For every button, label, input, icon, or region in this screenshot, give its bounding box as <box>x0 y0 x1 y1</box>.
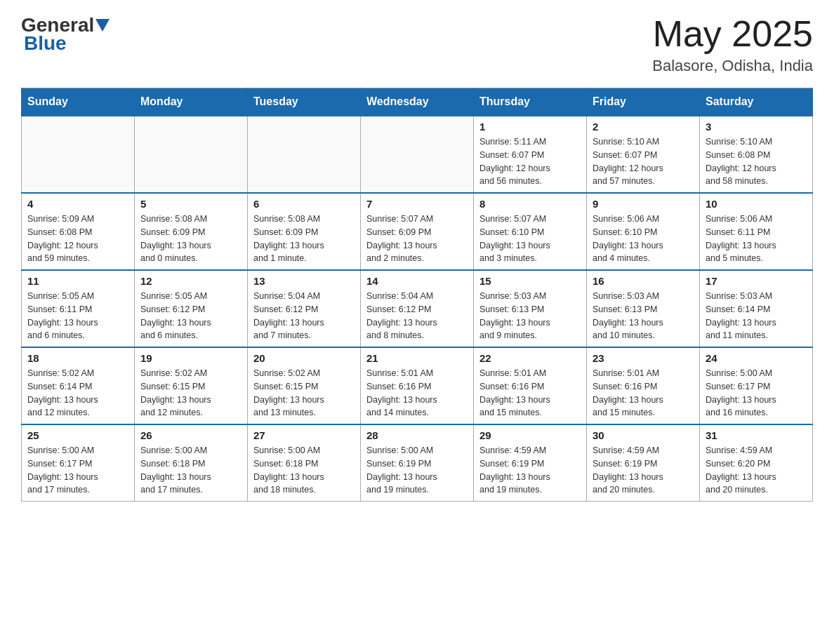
calendar-header-sunday: Sunday <box>22 88 135 116</box>
calendar-cell <box>361 116 474 193</box>
day-number: 1 <box>479 121 581 133</box>
calendar-cell: 29Sunrise: 4:59 AMSunset: 6:19 PMDayligh… <box>474 424 587 502</box>
day-info: Sunrise: 5:03 AMSunset: 6:13 PMDaylight:… <box>593 290 694 342</box>
day-info: Sunrise: 5:01 AMSunset: 6:16 PMDaylight:… <box>366 367 468 420</box>
calendar-cell: 16Sunrise: 5:03 AMSunset: 6:13 PMDayligh… <box>587 270 700 347</box>
day-number: 30 <box>593 429 694 441</box>
calendar-cell <box>135 116 248 193</box>
day-number: 13 <box>253 275 355 287</box>
day-number: 21 <box>366 352 468 364</box>
calendar-cell: 30Sunrise: 4:59 AMSunset: 6:19 PMDayligh… <box>587 424 700 502</box>
day-number: 3 <box>706 121 807 133</box>
calendar-cell: 18Sunrise: 5:02 AMSunset: 6:14 PMDayligh… <box>22 347 135 424</box>
calendar-cell: 19Sunrise: 5:02 AMSunset: 6:15 PMDayligh… <box>135 347 248 424</box>
page-header: General Blue May 2025 Balasore, Odisha, … <box>21 14 813 75</box>
day-info: Sunrise: 5:04 AMSunset: 6:12 PMDaylight:… <box>366 290 468 342</box>
calendar-cell: 9Sunrise: 5:06 AMSunset: 6:10 PMDaylight… <box>587 193 700 270</box>
day-info: Sunrise: 5:06 AMSunset: 6:10 PMDaylight:… <box>593 213 694 265</box>
calendar-week-row: 1Sunrise: 5:11 AMSunset: 6:07 PMDaylight… <box>22 116 813 193</box>
day-number: 12 <box>140 275 241 287</box>
day-info: Sunrise: 5:08 AMSunset: 6:09 PMDaylight:… <box>140 213 241 265</box>
calendar-cell: 7Sunrise: 5:07 AMSunset: 6:09 PMDaylight… <box>361 193 474 270</box>
day-info: Sunrise: 5:11 AMSunset: 6:07 PMDaylight:… <box>479 135 581 188</box>
day-number: 20 <box>253 352 355 364</box>
calendar-cell: 23Sunrise: 5:01 AMSunset: 6:16 PMDayligh… <box>587 347 700 424</box>
day-number: 14 <box>366 275 468 287</box>
day-number: 9 <box>593 198 694 210</box>
day-info: Sunrise: 5:00 AMSunset: 6:18 PMDaylight:… <box>140 444 241 497</box>
calendar-cell: 8Sunrise: 5:07 AMSunset: 6:10 PMDaylight… <box>474 193 587 270</box>
day-info: Sunrise: 5:07 AMSunset: 6:10 PMDaylight:… <box>479 213 581 265</box>
day-number: 4 <box>27 198 128 210</box>
day-number: 16 <box>593 275 694 287</box>
day-info: Sunrise: 5:08 AMSunset: 6:09 PMDaylight:… <box>253 213 355 265</box>
day-number: 29 <box>479 429 581 441</box>
day-number: 15 <box>479 275 581 287</box>
month-title: May 2025 <box>652 14 813 54</box>
calendar-cell <box>22 116 135 193</box>
calendar-header-wednesday: Wednesday <box>361 88 474 116</box>
day-number: 10 <box>706 198 807 210</box>
day-info: Sunrise: 5:02 AMSunset: 6:15 PMDaylight:… <box>140 367 241 420</box>
day-number: 31 <box>706 429 807 441</box>
day-info: Sunrise: 5:00 AMSunset: 6:17 PMDaylight:… <box>706 367 807 420</box>
calendar-header-friday: Friday <box>587 88 700 116</box>
day-info: Sunrise: 5:00 AMSunset: 6:17 PMDaylight:… <box>27 444 128 497</box>
day-number: 19 <box>140 352 241 364</box>
day-number: 28 <box>366 429 468 441</box>
day-info: Sunrise: 5:03 AMSunset: 6:13 PMDaylight:… <box>479 290 581 342</box>
day-info: Sunrise: 5:05 AMSunset: 6:12 PMDaylight:… <box>140 290 241 342</box>
logo-blue-text: Blue <box>24 32 67 55</box>
day-number: 26 <box>140 429 241 441</box>
day-info: Sunrise: 5:01 AMSunset: 6:16 PMDaylight:… <box>479 367 581 420</box>
calendar-cell: 13Sunrise: 5:04 AMSunset: 6:12 PMDayligh… <box>248 270 361 347</box>
calendar-cell: 17Sunrise: 5:03 AMSunset: 6:14 PMDayligh… <box>700 270 813 347</box>
calendar-header-monday: Monday <box>135 88 248 116</box>
day-info: Sunrise: 5:10 AMSunset: 6:07 PMDaylight:… <box>593 135 694 188</box>
day-number: 2 <box>593 121 694 133</box>
calendar-cell: 22Sunrise: 5:01 AMSunset: 6:16 PMDayligh… <box>474 347 587 424</box>
logo-arrow-icon <box>95 19 110 32</box>
day-number: 6 <box>253 198 355 210</box>
calendar-week-row: 25Sunrise: 5:00 AMSunset: 6:17 PMDayligh… <box>22 424 813 502</box>
calendar-cell: 10Sunrise: 5:06 AMSunset: 6:11 PMDayligh… <box>700 193 813 270</box>
day-number: 18 <box>27 352 128 364</box>
calendar-cell: 21Sunrise: 5:01 AMSunset: 6:16 PMDayligh… <box>361 347 474 424</box>
day-info: Sunrise: 5:02 AMSunset: 6:14 PMDaylight:… <box>27 367 128 420</box>
day-number: 22 <box>479 352 581 364</box>
calendar-cell: 5Sunrise: 5:08 AMSunset: 6:09 PMDaylight… <box>135 193 248 270</box>
day-number: 23 <box>593 352 694 364</box>
day-info: Sunrise: 5:04 AMSunset: 6:12 PMDaylight:… <box>253 290 355 342</box>
calendar-cell: 25Sunrise: 5:00 AMSunset: 6:17 PMDayligh… <box>22 424 135 502</box>
calendar-cell: 27Sunrise: 5:00 AMSunset: 6:18 PMDayligh… <box>248 424 361 502</box>
calendar-table: SundayMondayTuesdayWednesdayThursdayFrid… <box>21 88 813 502</box>
day-info: Sunrise: 5:10 AMSunset: 6:08 PMDaylight:… <box>706 135 807 188</box>
calendar-cell: 11Sunrise: 5:05 AMSunset: 6:11 PMDayligh… <box>22 270 135 347</box>
day-info: Sunrise: 5:05 AMSunset: 6:11 PMDaylight:… <box>27 290 128 342</box>
calendar-cell: 24Sunrise: 5:00 AMSunset: 6:17 PMDayligh… <box>700 347 813 424</box>
day-number: 24 <box>706 352 807 364</box>
calendar-week-row: 18Sunrise: 5:02 AMSunset: 6:14 PMDayligh… <box>22 347 813 424</box>
calendar-cell: 12Sunrise: 5:05 AMSunset: 6:12 PMDayligh… <box>135 270 248 347</box>
day-info: Sunrise: 5:03 AMSunset: 6:14 PMDaylight:… <box>706 290 807 342</box>
day-number: 7 <box>366 198 468 210</box>
day-info: Sunrise: 5:09 AMSunset: 6:08 PMDaylight:… <box>27 213 128 265</box>
calendar-cell: 3Sunrise: 5:10 AMSunset: 6:08 PMDaylight… <box>700 116 813 193</box>
calendar-cell: 31Sunrise: 4:59 AMSunset: 6:20 PMDayligh… <box>700 424 813 502</box>
calendar-cell: 15Sunrise: 5:03 AMSunset: 6:13 PMDayligh… <box>474 270 587 347</box>
title-block: May 2025 Balasore, Odisha, India <box>652 14 813 75</box>
day-info: Sunrise: 5:06 AMSunset: 6:11 PMDaylight:… <box>706 213 807 265</box>
calendar-cell: 2Sunrise: 5:10 AMSunset: 6:07 PMDaylight… <box>587 116 700 193</box>
calendar-header-row: SundayMondayTuesdayWednesdayThursdayFrid… <box>22 88 813 116</box>
calendar-cell <box>248 116 361 193</box>
logo: General Blue <box>21 14 111 55</box>
day-number: 27 <box>253 429 355 441</box>
calendar-week-row: 11Sunrise: 5:05 AMSunset: 6:11 PMDayligh… <box>22 270 813 347</box>
day-info: Sunrise: 4:59 AMSunset: 6:19 PMDaylight:… <box>479 444 581 497</box>
day-number: 25 <box>27 429 128 441</box>
calendar-cell: 14Sunrise: 5:04 AMSunset: 6:12 PMDayligh… <box>361 270 474 347</box>
day-number: 17 <box>706 275 807 287</box>
calendar-cell: 6Sunrise: 5:08 AMSunset: 6:09 PMDaylight… <box>248 193 361 270</box>
day-info: Sunrise: 5:01 AMSunset: 6:16 PMDaylight:… <box>593 367 694 420</box>
day-info: Sunrise: 5:00 AMSunset: 6:19 PMDaylight:… <box>366 444 468 497</box>
